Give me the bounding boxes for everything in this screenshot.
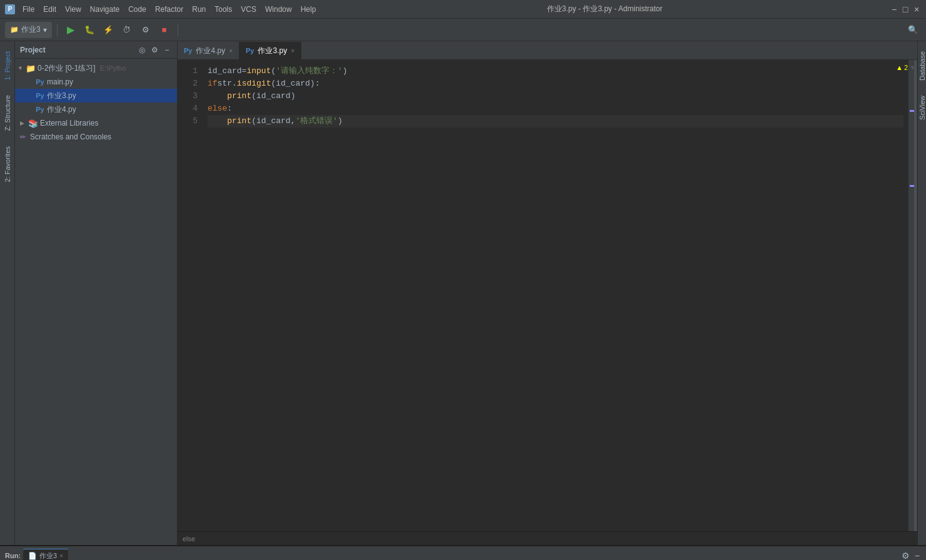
- sidebar-tab-favorites[interactable]: 2: Favorites: [3, 141, 13, 187]
- panel-actions: ◎ ⚙ −: [137, 45, 172, 55]
- warning-up-arrow: ▲: [896, 64, 903, 71]
- menu-item-window[interactable]: Window: [261, 4, 296, 15]
- tree-file-main-name: main.py: [47, 78, 73, 86]
- run-with-coverage[interactable]: ⚡: [100, 22, 116, 38]
- window-controls[interactable]: −□×: [890, 5, 921, 14]
- py-file-icon-3: Py: [35, 106, 45, 113]
- right-tab-database[interactable]: Database: [918, 46, 927, 86]
- debug-button[interactable]: 🐛: [81, 22, 98, 38]
- run-tab-assignment3[interactable]: 📄 作业3 ×: [23, 549, 68, 561]
- right-sidebar: Database SciView: [917, 41, 926, 545]
- run-config-name: 作业3: [21, 24, 41, 35]
- run-tab-name-text: 作业3: [39, 551, 57, 561]
- panel-minimize-btn[interactable]: −: [162, 45, 172, 55]
- toolbar-sep-2: [178, 24, 178, 36]
- editor-tabs: Py 作业4.py × Py 作业3.py ×: [178, 41, 917, 60]
- line-numbers: 1 2 3 4 5: [178, 60, 203, 531]
- project-panel-header: Project ◎ ⚙ −: [15, 41, 177, 59]
- tab-close-2[interactable]: ×: [291, 48, 294, 54]
- search-everywhere[interactable]: 🔍: [905, 22, 921, 38]
- menu-item-help[interactable]: Help: [297, 4, 320, 15]
- sidebar-tab-project[interactable]: 1: Project: [3, 46, 13, 85]
- menu-item-tools[interactable]: Tools: [211, 4, 236, 15]
- menu-bar[interactable]: FileEditViewNavigateCodeRefactorRunTools…: [19, 4, 320, 15]
- editor-tab-assignment4[interactable]: Py 作业4.py ×: [178, 42, 239, 59]
- bottom-panel-actions: ⚙ −: [900, 549, 921, 561]
- py-file-icon: Py: [35, 78, 45, 86]
- run-tab-icon: 📄: [28, 552, 37, 560]
- window-control-btn[interactable]: □: [901, 5, 910, 14]
- tree-root-arrow: ▼: [18, 65, 24, 71]
- breadcrumb-bar: else: [178, 531, 917, 545]
- tree-file-assignment3[interactable]: Py 作业3.py: [15, 89, 177, 102]
- tree-ext-arrow: ▶: [20, 120, 26, 126]
- tree-ext-label: External Libraries: [40, 119, 98, 128]
- left-sidebar-tabs: 1: Project Z: Structure 2: Favorites: [0, 41, 15, 545]
- editor-gutter: ▲ 2 ▼: [908, 60, 917, 531]
- breadcrumb-else: else: [183, 535, 195, 542]
- concurrency-button[interactable]: ⚙: [138, 22, 154, 38]
- menu-item-refactor[interactable]: Refactor: [151, 4, 187, 15]
- titlebar-left: P FileEditViewNavigateCodeRefactorRunToo…: [5, 4, 320, 15]
- menu-item-view[interactable]: View: [61, 4, 85, 15]
- tree-scratches[interactable]: ✏ Scratches and Consoles: [15, 130, 177, 144]
- editor-wrapper: 1 2 3 4 5 id_card = input ( '请输入纯数字：' ): [178, 60, 917, 545]
- library-icon: 📚: [28, 119, 38, 128]
- tab-close-1[interactable]: ×: [229, 48, 233, 54]
- run-label: Run:: [5, 552, 21, 559]
- run-config-selector[interactable]: 📁 作业3 ▾: [5, 22, 52, 38]
- minimize-panel-icon[interactable]: −: [913, 549, 921, 561]
- toolbar: 📁 作业3 ▾ ▶ 🐛 ⚡ ⏱ ⚙ ■ 🔍: [0, 19, 926, 41]
- panel-settings-btn[interactable]: ⚙: [149, 45, 159, 55]
- tree-root-path: E:\Pytho: [100, 64, 126, 72]
- menu-item-run[interactable]: Run: [188, 4, 209, 15]
- stop-button[interactable]: ■: [156, 22, 173, 38]
- main-layout: 1: Project Z: Structure 2: Favorites Pro…: [0, 41, 926, 545]
- py-icon-tab2: Py: [246, 47, 254, 54]
- titlebar: P FileEditViewNavigateCodeRefactorRunToo…: [0, 0, 926, 19]
- code-line-4: else :: [208, 102, 903, 115]
- run-button[interactable]: ▶: [63, 22, 79, 38]
- menu-item-file[interactable]: File: [19, 4, 38, 15]
- menu-item-vcs[interactable]: VCS: [237, 4, 260, 15]
- warning-number: 2: [904, 64, 908, 71]
- editor-tab-name-2: 作业3.py: [258, 46, 287, 56]
- bottom-panel: Run: 📄 作业3 × ⚙ − ▶ ■ ↺ ≡ ⟲ 🖨 🗑 E:\Python…: [0, 545, 926, 560]
- window-control-btn[interactable]: −: [890, 5, 898, 14]
- menu-item-edit[interactable]: Edit: [39, 4, 60, 15]
- bottom-panel-tabs: Run: 📄 作业3 × ⚙ −: [0, 546, 926, 560]
- editor-tab-name-1: 作业4.py: [196, 46, 225, 56]
- editor-content[interactable]: 1 2 3 4 5 id_card = input ( '请输入纯数字：' ): [178, 60, 917, 531]
- run-tab-close[interactable]: ×: [59, 552, 63, 559]
- tree-file-assignment3-name: 作业3.py: [47, 91, 76, 101]
- code-line-5: print ( id_card , '格式错误' ): [208, 115, 903, 128]
- window-title: 作业3.py - 作业3.py - Administrator: [547, 4, 663, 14]
- tree-file-assignment4[interactable]: Py 作业4.py: [15, 102, 177, 116]
- run-config-icon: 📁: [10, 26, 19, 34]
- project-tree: ▼ 📁 0-2作业 [0-1练习] E:\Pytho Py main.py Py…: [15, 59, 177, 545]
- py-icon-tab1: Py: [184, 47, 192, 54]
- tree-file-main[interactable]: Py main.py: [15, 75, 177, 89]
- code-area[interactable]: id_card = input ( '请输入纯数字：' ) if str . i…: [203, 60, 908, 531]
- app-logo: P: [5, 4, 15, 14]
- settings-gear-icon[interactable]: ⚙: [900, 549, 911, 561]
- scrollbar-track[interactable]: [914, 60, 917, 531]
- panel-locate-btn[interactable]: ◎: [137, 45, 147, 55]
- editor-tab-assignment3[interactable]: Py 作业3.py ×: [239, 42, 301, 59]
- project-panel-title: Project: [20, 46, 46, 54]
- sidebar-tab-structure[interactable]: Z: Structure: [3, 90, 13, 136]
- menu-item-navigate[interactable]: Navigate: [86, 4, 123, 15]
- scratch-icon: ✏: [20, 133, 26, 141]
- project-panel: Project ◎ ⚙ − ▼ 📁 0-2作业 [0-1练习] E:\Pytho…: [15, 41, 178, 545]
- py-file-icon-2: Py: [35, 92, 45, 99]
- profile-button[interactable]: ⏱: [119, 22, 135, 38]
- tree-external-libraries[interactable]: ▶ 📚 External Libraries: [15, 116, 177, 130]
- menu-item-code[interactable]: Code: [124, 4, 150, 15]
- tree-scratches-label: Scratches and Consoles: [30, 132, 111, 141]
- right-tab-sciview[interactable]: SciView: [918, 91, 927, 125]
- code-line-1: id_card = input ( '请输入纯数字：' ): [208, 65, 903, 78]
- window-control-btn[interactable]: ×: [912, 5, 921, 14]
- folder-icon: 📁: [26, 64, 36, 73]
- tree-root-name: 0-2作业 [0-1练习]: [38, 63, 96, 74]
- tree-root-folder[interactable]: ▼ 📁 0-2作业 [0-1练习] E:\Pytho: [15, 61, 177, 75]
